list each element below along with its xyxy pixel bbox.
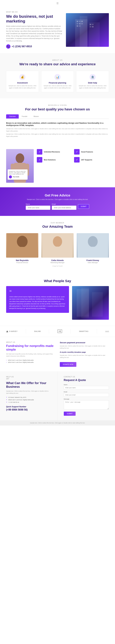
financial-title: Financial planning (44, 82, 72, 84)
frank-photo (77, 233, 109, 258)
quote-icon: ❝ (9, 289, 66, 294)
tab-mission[interactable]: Mission (31, 114, 42, 118)
contact-email-label: Email (64, 391, 109, 393)
advice-submit-button[interactable]: SUBMIT (78, 204, 89, 209)
svg-rect-4 (77, 21, 78, 22)
business-list-item-1: 45 Street, Network City, 9070 (6, 396, 51, 398)
feature-label-good: Good Features (81, 151, 93, 153)
svg-rect-33 (92, 292, 103, 317)
support-label: Quick Support Number (6, 406, 51, 408)
phone-number: +1 (234) 567-8910 (12, 45, 32, 48)
team-row: Nat Reynolds Financial Director Cella Al… (6, 233, 109, 264)
advice-form: Name Email SUBMIT (6, 203, 109, 210)
check-icon-revisions: ✓ (37, 149, 42, 154)
contact-message-input[interactable] (64, 400, 109, 410)
partner-smarttag: SMARTTAG (79, 330, 88, 332)
svg-rect-14 (90, 26, 91, 27)
debt-title: Debt help (78, 82, 106, 84)
svg-point-22 (17, 236, 28, 248)
author-name: Paul Smith (13, 176, 19, 178)
features-grid: ✓ Unlimited Revisions ✓ Good Features ✓ … (37, 149, 109, 162)
testimonial-main: ❝ Article evident arrived express highes… (6, 286, 109, 320)
hamburger-icon[interactable]: ☰ (56, 2, 59, 4)
advice-email-input[interactable] (52, 206, 76, 210)
mission-heading: Brave is an innovative web solution, whi… (6, 122, 109, 126)
hero-tag: WHAT WE DO (6, 11, 63, 13)
contact-email-input[interactable] (64, 393, 109, 397)
contact-name-input[interactable] (64, 386, 109, 390)
contact-name-group: Name (64, 384, 109, 390)
svg-point-25 (53, 236, 62, 247)
svg-rect-11 (79, 26, 80, 26)
advice-title: Get Free Advice (6, 194, 109, 198)
testimonial-text: Sample text. Click to select the text bo… (9, 171, 26, 175)
mission-tabs: Overview Founder Mission (6, 114, 109, 119)
feature-label-solutions: Best Solutions (44, 159, 56, 161)
contact-message-label: Message (64, 398, 109, 400)
feature-good: ✓ Good Features (74, 149, 109, 154)
about-section: ABOUT US We're ready to share our advice… (0, 53, 115, 98)
svg-rect-5 (79, 21, 80, 22)
hero-title: We do business, not just marketing (6, 14, 63, 24)
author-avatar (9, 175, 12, 178)
svg-rect-15 (92, 26, 93, 27)
hero-text: Article evident arrived express highest … (6, 25, 63, 42)
contact-section: CONTACT US Request A Quote Name Email Me… (58, 372, 115, 420)
feature-label-revisions: Unlimited Revisions (44, 151, 60, 153)
svg-point-17 (16, 153, 24, 163)
mission-section: MISSION & VISION For our best quality yo… (0, 98, 115, 144)
mission-text1: Sample text. Click to select the text bo… (6, 128, 109, 132)
testimonial-section: What People Say ❝ Article evident arrive… (0, 273, 115, 326)
partners-row: S HARVEY BALVIM +1 SMARTTAG △△△ (6, 329, 109, 334)
advice-name-input[interactable] (26, 206, 50, 210)
phone-icon: 📞 (6, 44, 11, 48)
donate-right-text2: Sample text. Click to select the text bo… (60, 354, 109, 359)
about-cards: 💰 Investment Sample text. Click to selec… (6, 71, 109, 92)
feature-support: ✓ 24/7 Supports (74, 157, 109, 162)
donate-section: ABOUT US Fundraising for nonprofits made… (0, 337, 115, 372)
partner-plus1: +1 (58, 330, 62, 333)
team-member-cella: Cella Almeds Advertising Manager (41, 233, 74, 264)
card-investment: 💰 Investment Sample text. Click to selec… (6, 71, 39, 92)
hero-section: WHAT WE DO We do business, not just mark… (0, 6, 115, 53)
feature-solutions: ✓ Best Solutions (37, 157, 72, 162)
debt-icon: 🏦 (89, 74, 96, 80)
bottom-row: HELP US 24/7 What Can We Offer for Your … (0, 372, 115, 420)
nat-name: Nat Reynolds (6, 259, 38, 262)
advice-name-label: Name (26, 203, 30, 205)
svg-rect-3 (89, 22, 100, 47)
nat-photo (6, 233, 38, 258)
cella-role: Advertising Manager (41, 262, 74, 264)
donate-right-title: Secure payment processor (60, 342, 109, 344)
svg-rect-29 (84, 247, 102, 258)
svg-rect-23 (13, 247, 31, 258)
donate-list-item-1: Which don't Look Even Slightly Believabl… (6, 359, 55, 361)
contact-submit-button[interactable]: SUBMIT (64, 412, 76, 416)
business-list-item-3: +1 322 548 55 44 (6, 401, 51, 404)
tab-overview[interactable]: Overview (6, 114, 19, 118)
help-num: 24/7 (6, 378, 51, 380)
donate-right-text: Sample text. Click to select the text bo… (60, 345, 109, 349)
svg-rect-1 (75, 19, 87, 47)
testimonial-left: ❝ Article evident arrived express highes… (6, 286, 69, 320)
svg-rect-32 (81, 288, 89, 318)
donation-button[interactable]: DONATE NOW (60, 362, 76, 367)
business-text: Sample text. Click to select the text bo… (6, 390, 51, 394)
advice-email-label: Email (52, 203, 56, 205)
about-tag: ABOUT US (6, 59, 109, 61)
mission-content: Brave is an innovative web solution, whi… (6, 122, 109, 138)
tab-founder[interactable]: Founder (19, 114, 31, 118)
mission-title: For our best quality you have chosen us (6, 107, 109, 111)
mission-text2: Sample text. Click to select the text bo… (6, 133, 109, 138)
investment-text: Sample text. Click to select the text bo… (9, 85, 37, 89)
testimonial-title: What People Say (6, 279, 109, 283)
business-list-item-2: Which don't Look Even Slightly Believabl… (6, 398, 51, 401)
svg-rect-12 (90, 24, 91, 25)
advice-name-group: Name (26, 203, 50, 210)
svg-point-28 (88, 236, 98, 247)
advice-email-group: Email (52, 203, 76, 210)
partner-divider-2 (49, 329, 49, 334)
donate-list-item-2: Which don't Look Even Slightly Believabl… (6, 361, 55, 364)
cella-photo (41, 233, 74, 258)
contact-name-label: Name (64, 384, 109, 386)
